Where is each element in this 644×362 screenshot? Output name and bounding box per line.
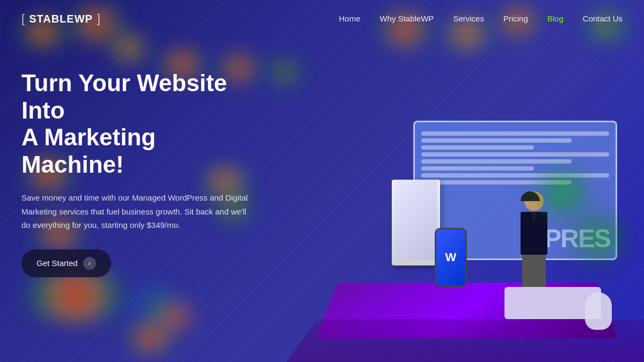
monitor-bar [421, 152, 609, 157]
nav-link-contact[interactable]: Contact Us [583, 14, 623, 23]
logo-bracket-right: ] [97, 12, 100, 26]
nav-item-pricing[interactable]: Pricing [503, 14, 528, 24]
cta-button[interactable]: Get Started › [21, 249, 111, 277]
monitor-bar [421, 173, 609, 178]
person-legs [522, 255, 546, 287]
monitor-bar [421, 145, 534, 150]
page-wrapper: [ STABLEWP ] Home Why StableWP Services … [0, 0, 644, 362]
logo-text: STABLEWP [29, 13, 93, 25]
logo-bracket-left: [ [21, 12, 25, 26]
phone-screen: W [436, 230, 465, 285]
book-stack [392, 177, 440, 265]
book-cover [394, 180, 437, 260]
heat-blob [123, 284, 188, 327]
person-head [524, 191, 544, 211]
person-body [521, 191, 547, 287]
heat-blob [123, 322, 177, 354]
logo: [ STABLEWP ] [21, 12, 100, 26]
nav-link-services[interactable]: Services [453, 14, 484, 23]
nav-link-why[interactable]: Why StableWP [380, 14, 434, 23]
hero-content: Turn Your Website Into A Marketing Machi… [21, 70, 252, 277]
navbar: [ STABLEWP ] Home Why StableWP Services … [0, 0, 644, 38]
nav-item-services[interactable]: Services [453, 14, 484, 24]
person-torso [521, 212, 547, 255]
hero-title-line2: A Marketing Machine! [21, 124, 156, 178]
monitor-bar [421, 131, 609, 136]
phone-mockup: W [435, 228, 467, 287]
hero-description: Save money and time with our Managed Wor… [21, 191, 252, 232]
nav-item-blog[interactable]: Blog [547, 14, 564, 24]
nav-item-contact[interactable]: Contact Us [583, 14, 623, 24]
cta-label: Get Started [36, 258, 78, 268]
mouse [585, 292, 612, 330]
hero-title: Turn Your Website Into A Marketing Machi… [21, 70, 252, 178]
person-hair [521, 191, 540, 201]
monitor-bar [421, 166, 534, 171]
monitor-bar [421, 138, 572, 143]
nav-item-home[interactable]: Home [339, 14, 360, 24]
illustration: WPRES W [252, 62, 644, 362]
hero-title-line1: Turn Your Website Into [21, 70, 227, 123]
monitor-bar [421, 159, 572, 164]
book [392, 180, 440, 265]
nav-link-pricing[interactable]: Pricing [503, 14, 528, 23]
nav-item-why[interactable]: Why StableWP [380, 14, 434, 24]
person-figure [521, 191, 547, 287]
wp-logo: W [445, 250, 457, 264]
heat-blob [150, 300, 199, 333]
cta-arrow-icon: › [83, 257, 96, 270]
monitor-content [415, 122, 616, 194]
nav-link-home[interactable]: Home [339, 14, 360, 23]
monitor-bar [421, 180, 572, 184]
nav-links: Home Why StableWP Services Pricing Blog … [339, 14, 623, 24]
person-jacket [521, 212, 547, 255]
nav-link-blog[interactable]: Blog [547, 14, 564, 23]
